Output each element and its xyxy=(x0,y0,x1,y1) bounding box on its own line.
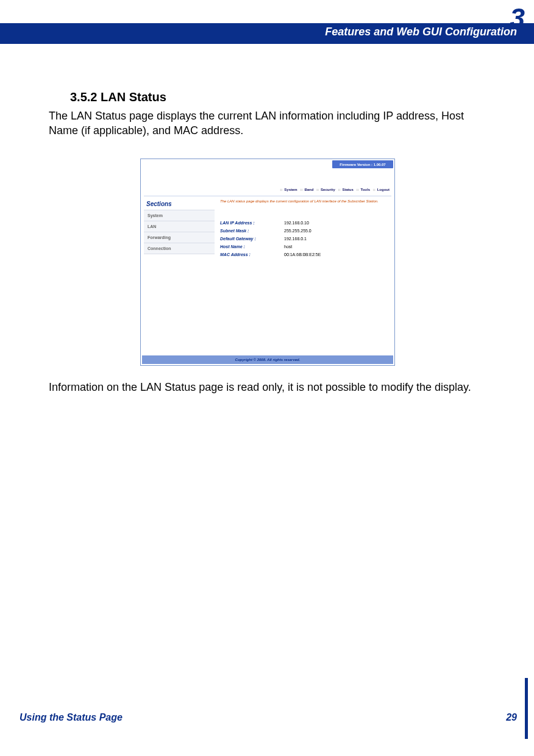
footer-rule xyxy=(525,678,528,739)
top-nav: ::System ::Band ::Security ::Status ::To… xyxy=(278,188,390,191)
divider xyxy=(144,196,391,196)
sidebar-title: Sections xyxy=(144,199,215,210)
status-table: LAN IP Address : 192.168.0.10 Subnet Mas… xyxy=(220,219,388,259)
document-page: 3 Features and Web GUI Configuration 3.5… xyxy=(0,0,534,756)
row-gateway: Default Gateway : 192.168.0.1 xyxy=(220,235,388,243)
nav-tools[interactable]: Tools xyxy=(360,188,370,191)
nav-status[interactable]: Status xyxy=(342,188,353,191)
embedded-screenshot: Firmware Version : 1.00.07 ::System ::Ba… xyxy=(140,159,395,366)
copyright-bar: Copyright © 2008. All rights reserved. xyxy=(142,355,393,364)
sidebar-item-forwarding[interactable]: Forwarding xyxy=(144,232,215,243)
nav-separator-icon: :: xyxy=(316,188,319,191)
sidebar-item-lan[interactable]: LAN xyxy=(144,221,215,232)
value-subnet: 255.255.255.0 xyxy=(284,229,312,233)
section-heading: 3.5.2 LAN Status xyxy=(70,90,166,104)
value-hostname: host xyxy=(284,244,292,249)
sidebar-item-connection[interactable]: Connection xyxy=(144,243,215,254)
nav-separator-icon: :: xyxy=(356,188,358,191)
row-hostname: Host Name : host xyxy=(220,243,388,251)
label-subnet: Subnet Mask : xyxy=(220,229,284,233)
row-subnet: Subnet Mask : 255.255.255.0 xyxy=(220,227,388,235)
value-gateway: 192.168.0.1 xyxy=(284,237,307,241)
label-mac: MAC Address : xyxy=(220,252,284,257)
nav-band[interactable]: Band xyxy=(304,188,313,191)
value-mac: 00:1A:6B:0B:E2:5E xyxy=(284,252,321,257)
sidebar-item-system[interactable]: System xyxy=(144,210,215,221)
page-number: 29 xyxy=(506,712,517,723)
value-lan-ip: 192.168.0.10 xyxy=(284,221,309,225)
page-description: The LAN status page displays the current… xyxy=(220,199,388,204)
nav-separator-icon: :: xyxy=(300,188,302,191)
body-paragraph-2: Information on the LAN Status page is re… xyxy=(49,380,488,394)
nav-separator-icon: :: xyxy=(338,188,340,191)
nav-system[interactable]: System xyxy=(284,188,297,191)
nav-separator-icon: :: xyxy=(373,188,376,191)
label-gateway: Default Gateway : xyxy=(220,237,284,241)
firmware-version-badge: Firmware Version : 1.00.07 xyxy=(332,160,393,168)
nav-security[interactable]: Security xyxy=(321,188,335,191)
body-paragraph-1: The LAN Status page displays the current… xyxy=(49,109,488,138)
row-mac: MAC Address : 00:1A:6B:0B:E2:5E xyxy=(220,251,388,259)
sidebar: Sections System LAN Forwarding Connectio… xyxy=(144,199,215,254)
nav-separator-icon: :: xyxy=(280,188,282,191)
row-lan-ip: LAN IP Address : 192.168.0.10 xyxy=(220,219,388,227)
label-lan-ip: LAN IP Address : xyxy=(220,221,284,225)
header-title: Features and Web GUI Configuration xyxy=(325,26,517,38)
footer-section-title: Using the Status Page xyxy=(20,712,123,723)
label-hostname: Host Name : xyxy=(220,244,284,249)
nav-logout[interactable]: Logout xyxy=(377,188,390,191)
